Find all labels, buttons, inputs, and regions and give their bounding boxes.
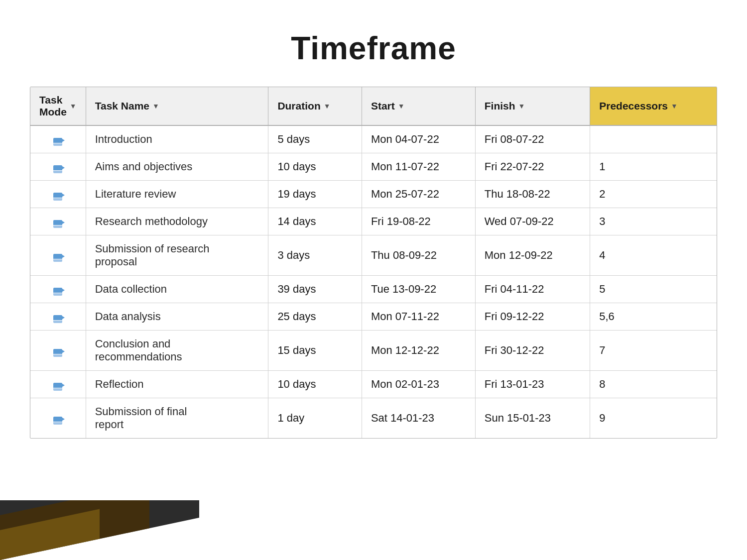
page-title: Timeframe: [0, 0, 747, 87]
finish-cell: Fri 08-07-22: [475, 125, 590, 153]
task-mode-icon: [53, 288, 62, 296]
finish-sort-arrow[interactable]: ▼: [518, 102, 525, 110]
task-mode-icon: [53, 220, 62, 228]
task-mode-sort-arrow[interactable]: ▼: [70, 102, 77, 110]
table-row: Conclusion andrecommendations15 daysMon …: [30, 331, 717, 371]
predecessors-cell: 3: [590, 208, 717, 235]
duration-cell: 3 days: [268, 235, 362, 276]
col-header-predecessors[interactable]: Predecessors ▼: [590, 87, 717, 125]
start-cell: Mon 04-07-22: [362, 125, 475, 153]
task-name-cell: Research methodology: [86, 208, 268, 235]
col-header-task-name[interactable]: Task Name ▼: [86, 87, 268, 125]
task-name-cell: Submission of researchproposal: [86, 235, 268, 276]
task-mode-cell: [30, 331, 86, 371]
task-name-cell: Reflection: [86, 371, 268, 398]
predecessors-cell: 5: [590, 276, 717, 303]
start-cell: Thu 08-09-22: [362, 235, 475, 276]
predecessors-cell: 8: [590, 371, 717, 398]
predecessors-cell: 7: [590, 331, 717, 371]
table-row: Data collection39 daysTue 13-09-22Fri 04…: [30, 276, 717, 303]
finish-cell: Sun 15-01-23: [475, 398, 590, 439]
task-mode-icon: [53, 417, 62, 425]
duration-cell: 1 day: [268, 398, 362, 439]
task-name-sort-arrow[interactable]: ▼: [152, 102, 159, 110]
task-mode-cell: [30, 125, 86, 153]
finish-cell: Mon 12-09-22: [475, 235, 590, 276]
task-mode-icon: [53, 193, 62, 201]
start-cell: Mon 02-01-23: [362, 371, 475, 398]
table-row: Literature review19 daysMon 25-07-22Thu …: [30, 181, 717, 208]
start-cell: Tue 13-09-22: [362, 276, 475, 303]
table-row: Reflection10 daysMon 02-01-23Fri 13-01-2…: [30, 371, 717, 398]
duration-cell: 39 days: [268, 276, 362, 303]
start-cell: Fri 19-08-22: [362, 208, 475, 235]
task-mode-icon: [53, 349, 62, 357]
task-name-cell: Literature review: [86, 181, 268, 208]
table-row: Introduction5 daysMon 04-07-22Fri 08-07-…: [30, 125, 717, 153]
duration-cell: 19 days: [268, 181, 362, 208]
predecessors-cell: 2: [590, 181, 717, 208]
table-row: Aims and objectives10 daysMon 11-07-22Fr…: [30, 153, 717, 181]
duration-cell: 15 days: [268, 331, 362, 371]
col-header-start[interactable]: Start ▼: [362, 87, 475, 125]
task-mode-icon: [53, 138, 62, 146]
duration-cell: 5 days: [268, 125, 362, 153]
timeframe-table: TaskMode ▼ Task Name ▼ Duration ▼: [30, 87, 717, 438]
task-mode-icon: [53, 315, 62, 323]
task-mode-icon: [53, 383, 62, 391]
predecessors-sort-arrow[interactable]: ▼: [671, 102, 678, 110]
task-mode-cell: [30, 276, 86, 303]
finish-cell: Fri 09-12-22: [475, 303, 590, 331]
task-mode-cell: [30, 208, 86, 235]
task-mode-icon: [53, 254, 62, 262]
table-row: Submission of researchproposal3 daysThu …: [30, 235, 717, 276]
task-name-cell: Data collection: [86, 276, 268, 303]
col-header-duration[interactable]: Duration ▼: [268, 87, 362, 125]
table-row: Data analysis25 daysMon 07-11-22Fri 09-1…: [30, 303, 717, 331]
finish-cell: Wed 07-09-22: [475, 208, 590, 235]
col-header-task-mode[interactable]: TaskMode ▼: [30, 87, 86, 125]
predecessors-cell: [590, 125, 717, 153]
predecessors-cell: 5,6: [590, 303, 717, 331]
task-name-cell: Submission of finalreport: [86, 398, 268, 439]
duration-cell: 14 days: [268, 208, 362, 235]
start-cell: Sat 14-01-23: [362, 398, 475, 439]
task-name-cell: Aims and objectives: [86, 153, 268, 181]
task-mode-icon: [53, 165, 62, 173]
col-header-finish[interactable]: Finish ▼: [475, 87, 590, 125]
duration-sort-arrow[interactable]: ▼: [324, 102, 331, 110]
timeframe-table-wrapper: TaskMode ▼ Task Name ▼ Duration ▼: [30, 87, 717, 439]
task-mode-cell: [30, 181, 86, 208]
task-name-cell: Introduction: [86, 125, 268, 153]
duration-cell: 10 days: [268, 153, 362, 181]
task-name-cell: Data analysis: [86, 303, 268, 331]
finish-cell: Fri 13-01-23: [475, 371, 590, 398]
finish-cell: Fri 22-07-22: [475, 153, 590, 181]
start-cell: Mon 11-07-22: [362, 153, 475, 181]
table-row: Research methodology14 daysFri 19-08-22W…: [30, 208, 717, 235]
task-mode-cell: [30, 153, 86, 181]
start-cell: Mon 25-07-22: [362, 181, 475, 208]
predecessors-cell: 1: [590, 153, 717, 181]
table-row: Submission of finalreport1 daySat 14-01-…: [30, 398, 717, 439]
bottom-decoration: [0, 500, 199, 560]
task-mode-cell: [30, 371, 86, 398]
finish-cell: Thu 18-08-22: [475, 181, 590, 208]
finish-cell: Fri 04-11-22: [475, 276, 590, 303]
task-mode-cell: [30, 303, 86, 331]
finish-cell: Fri 30-12-22: [475, 331, 590, 371]
task-mode-cell: [30, 235, 86, 276]
duration-cell: 25 days: [268, 303, 362, 331]
start-cell: Mon 12-12-22: [362, 331, 475, 371]
start-cell: Mon 07-11-22: [362, 303, 475, 331]
task-mode-cell: [30, 398, 86, 439]
start-sort-arrow[interactable]: ▼: [398, 102, 405, 110]
task-name-cell: Conclusion andrecommendations: [86, 331, 268, 371]
predecessors-cell: 4: [590, 235, 717, 276]
predecessors-cell: 9: [590, 398, 717, 439]
duration-cell: 10 days: [268, 371, 362, 398]
